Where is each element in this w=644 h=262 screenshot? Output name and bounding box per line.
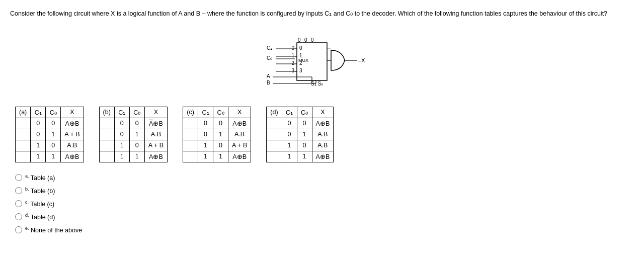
svg-text:MUX: MUX [298,58,308,63]
table-row: 10A + B [183,140,251,151]
table-c-header-label: (c) [183,107,198,118]
option-c-label: c. Table (c) [25,200,54,208]
table-row: 01A.B [267,129,334,140]
svg-text:2: 2 [291,60,294,66]
question-text: Consider the following circuit where X i… [10,9,634,19]
option-b-label: b. Table (b) [25,187,55,195]
table-b-header-x: X [144,107,167,118]
option-e-text: None of the above [31,227,82,234]
svg-text:C₀: C₀ [267,55,272,61]
table-row: 01A.B [99,129,168,140]
option-e-label: e. None of the above [25,226,82,234]
table-row: 10A + B [99,140,168,151]
table-row: 11A⊕B [99,151,168,162]
option-a-row: a. Table (a) [15,173,634,182]
table-d-header-label: (d) [267,107,282,118]
svg-text:B: B [267,80,270,85]
table-b: (b) C₁ C₀ X 00 A⊕B 01A.B 10A [99,107,168,162]
table-row: 01A.B [183,129,251,140]
table-row: 00A⊕B [16,118,84,129]
table-b-header-c1: C₁ [114,107,129,118]
table-row: 11A⊕B [267,151,334,162]
svg-text:A: A [267,73,270,79]
svg-text:1: 1 [291,53,294,58]
option-d-label: d. Table (d) [25,213,55,221]
svg-text:0: 0 [291,45,294,51]
table-row: 00 A⊕B [99,118,168,129]
table-row: 10A.B [16,140,84,151]
table-b-header-label: (b) [99,107,114,118]
options-area: a. Table (a) b. Table (b) c. Table (c) d… [10,173,634,234]
table-row: 11A⊕B [183,151,251,162]
svg-text:3: 3 [299,68,302,73]
table-a-header-x: X [61,107,84,118]
svg-text:0: 0 [298,37,301,43]
option-c-text: Table (c) [30,201,54,208]
table-row: 01A + B [16,129,84,140]
option-d-radio[interactable] [15,213,22,220]
table-b-header-c0: C₀ [129,107,144,118]
table-a-header-c1: C₁ [31,107,46,118]
table-d: (d) C₁ C₀ X 00A⊕B 01A.B 10A.B [266,107,334,162]
table-c: (c) C₁ C₀ X 00A⊕B 01A.B 10A + B [183,107,251,162]
table-row: 00A⊕B [267,118,334,129]
svg-text:0: 0 [311,37,314,43]
option-b-text: Table (b) [31,188,55,195]
table-a: (a) C₁ C₀ X 00A⊕B 01A + B 10A.B [15,107,84,162]
svg-text:0: 0 [304,37,307,43]
option-e-row: e. None of the above [15,226,634,234]
table-d-header-c0: C₀ [297,107,312,118]
option-e-radio[interactable] [15,226,22,233]
svg-text:3: 3 [291,68,294,73]
option-a-text: Table (a) [31,174,55,182]
table-row: 00A⊕B [183,118,251,129]
option-d-text: Table (d) [31,214,55,221]
option-b-radio[interactable] [15,187,22,194]
svg-text:0: 0 [299,45,302,51]
table-d-header-c1: C₁ [282,107,297,118]
option-b-row: b. Table (b) [15,187,634,195]
option-c-radio[interactable] [15,200,22,207]
option-c-row: c. Table (c) [15,200,634,208]
table-a-header-label: (a) [16,107,31,118]
option-a-radio[interactable] [15,174,22,181]
table-c-header-c1: C₁ [198,107,213,118]
table-d-header-x: X [312,107,334,118]
tables-row: (a) C₁ C₀ X 00A⊕B 01A + B 10A.B [10,107,634,162]
option-a-label: a. Table (a) [25,173,55,182]
circuit-diagram: 0 1 2 3 0 1 2 3 S₁ S₀ –X C₁ C₀ A [10,28,634,96]
table-row: 10A.B [267,140,334,151]
table-row: 11A⊕B [16,151,84,162]
svg-text:–X: –X [358,57,365,63]
table-c-header-c0: C₀ [213,107,228,118]
table-c-header-x: X [228,107,251,118]
option-d-row: d. Table (d) [15,213,634,221]
svg-text:C₁: C₁ [267,45,272,51]
table-a-header-c0: C₀ [46,107,61,118]
